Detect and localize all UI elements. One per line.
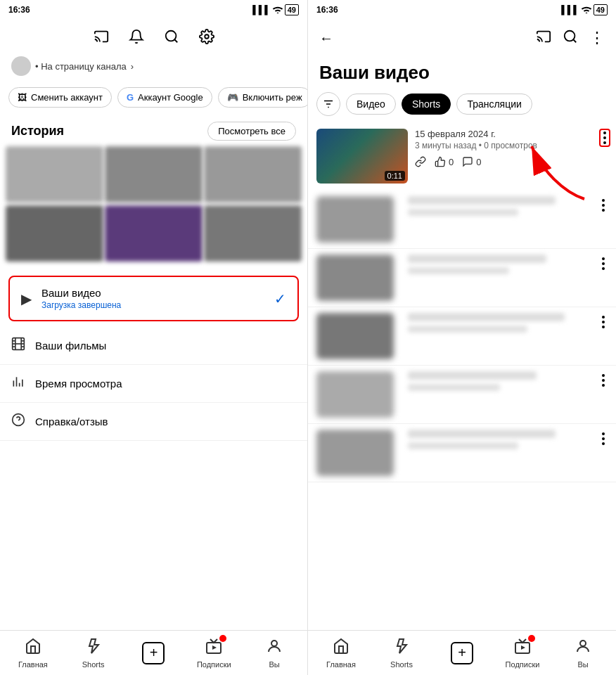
switch-account-button[interactable]: 🖼 Сменить аккаунт xyxy=(8,87,112,108)
channel-link-text: • На страницу канала xyxy=(35,61,127,72)
video-info-6 xyxy=(408,430,592,449)
video-thumb-5 xyxy=(316,371,394,418)
shorts-label-right: Shorts xyxy=(390,660,413,669)
tab-shorts[interactable]: Shorts xyxy=(402,94,451,115)
filter-tab-icon[interactable] xyxy=(316,92,340,116)
your-films-content: Ваши фильмы xyxy=(35,340,296,352)
video-thumb-2 xyxy=(316,196,394,243)
left-nav-you[interactable]: Вы xyxy=(253,638,295,669)
history-thumb-6[interactable] xyxy=(204,205,302,262)
right-wifi-icon xyxy=(581,5,592,15)
left-bottom-nav: Главная Shorts + По xyxy=(0,630,307,675)
video-thumb-6 xyxy=(316,430,394,476)
right-nav-home[interactable]: Главная xyxy=(320,638,362,669)
right-status-bar: 16:36 ▌▌▌ 49 xyxy=(308,0,616,20)
shorts-label-left: Shorts xyxy=(82,660,105,669)
help-title: Справка/отзыв xyxy=(35,416,296,428)
history-thumb-4[interactable] xyxy=(6,205,103,262)
svg-point-30 xyxy=(580,641,586,646)
history-thumb-5[interactable] xyxy=(105,205,203,262)
right-signal-icon: ▌▌▌ xyxy=(561,5,579,15)
back-button[interactable]: ← xyxy=(319,30,333,46)
search-icon-right[interactable] xyxy=(563,29,578,48)
history-thumb-1[interactable] xyxy=(6,146,103,202)
video-more-button-3[interactable] xyxy=(599,255,608,273)
search-icon-left[interactable] xyxy=(164,29,179,48)
add-icon-right: + xyxy=(451,642,473,664)
video-more-button-5[interactable] xyxy=(599,371,608,390)
right-nav-add[interactable]: + xyxy=(441,642,483,664)
tab-video[interactable]: Видео xyxy=(346,94,396,115)
more-icon-right[interactable]: ⋮ xyxy=(589,29,605,47)
page-title: Ваши видео xyxy=(308,56,616,92)
left-time: 16:36 xyxy=(8,5,30,15)
menu-item-your-films[interactable]: Ваши фильмы xyxy=(0,327,307,365)
left-nav-add[interactable]: + xyxy=(132,642,174,664)
video-item-3 xyxy=(308,249,616,307)
svg-marker-19 xyxy=(212,645,217,650)
see-all-button[interactable]: Посмотреть все xyxy=(207,122,296,141)
menu-item-your-videos[interactable]: ▶ Ваши видео Загрузка завершена ✓ xyxy=(8,276,299,321)
shorts-icon-left xyxy=(85,638,102,659)
video-item-1: 0:11 15 февраля 2024 г. 3 минуты назад •… xyxy=(308,122,616,191)
video-more-button-1[interactable] xyxy=(599,129,610,147)
your-videos-icon: ▶ xyxy=(21,290,32,307)
left-nav-home[interactable]: Главная xyxy=(12,638,54,669)
enable-mode-button[interactable]: 🎮 Включить реж xyxy=(218,87,307,108)
video-info-5 xyxy=(408,371,592,391)
video-item-6 xyxy=(308,424,616,482)
video-thumb-1[interactable]: 0:11 xyxy=(316,129,408,184)
home-label-left: Главная xyxy=(18,660,48,669)
video-info-1: 15 февраля 2024 г. 3 минуты назад • 0 пр… xyxy=(415,129,608,167)
google-icon: G xyxy=(127,92,134,103)
you-icon-left xyxy=(266,638,283,659)
settings-icon-left[interactable] xyxy=(199,29,214,48)
right-nav-subscriptions[interactable]: Подписки xyxy=(501,638,544,669)
video-thumb-3 xyxy=(316,255,394,301)
history-thumb-2[interactable] xyxy=(105,146,203,202)
video-item-4 xyxy=(308,307,616,366)
video-link-action[interactable] xyxy=(415,156,426,167)
cast-icon-left[interactable] xyxy=(94,29,109,48)
like-count-1: 0 xyxy=(449,157,454,167)
google-account-button[interactable]: G Аккаунт Google xyxy=(117,87,212,108)
video-more-button-4[interactable] xyxy=(599,313,608,331)
home-icon-left xyxy=(25,638,41,659)
cast-icon-right[interactable] xyxy=(536,29,551,48)
your-films-icon xyxy=(11,337,25,354)
add-icon-left: + xyxy=(142,642,165,664)
right-status-icons: ▌▌▌ 49 xyxy=(561,4,608,15)
channel-line[interactable]: • На страницу канала › xyxy=(0,56,307,82)
svg-line-2 xyxy=(174,39,177,42)
menu-item-help[interactable]: Справка/отзыв xyxy=(0,403,307,441)
right-nav-shorts[interactable]: Shorts xyxy=(380,638,423,669)
left-nav-subscriptions[interactable]: Подписки xyxy=(193,638,235,669)
history-thumb-3[interactable] xyxy=(204,146,302,202)
video-list: 0:11 15 февраля 2024 г. 3 минуты назад •… xyxy=(308,122,616,630)
video-comment-action[interactable]: 0 xyxy=(462,156,481,167)
video-more-button-6[interactable] xyxy=(599,430,608,448)
tab-broadcasts[interactable]: Трансляции xyxy=(456,94,532,115)
subscriptions-badge-left xyxy=(219,635,226,642)
menu-section: ▶ Ваши видео Загрузка завершена ✓ xyxy=(0,270,307,441)
left-nav-shorts[interactable]: Shorts xyxy=(72,638,115,669)
enable-mode-label: Включить реж xyxy=(243,92,302,103)
video-more-button-2[interactable] xyxy=(599,196,608,214)
video-actions-1: 0 0 xyxy=(415,156,608,167)
video-date-1: 15 февраля 2024 г. xyxy=(415,129,608,139)
right-panel: 16:36 ▌▌▌ 49 ← ⋮ Ваши ви xyxy=(308,0,616,675)
home-label-right: Главная xyxy=(326,660,356,669)
video-info-4 xyxy=(408,313,592,333)
video-thumb-4 xyxy=(316,313,394,359)
you-label-left: Вы xyxy=(269,660,279,669)
bell-icon-left[interactable] xyxy=(129,29,144,48)
menu-item-watch-time[interactable]: Время просмотра xyxy=(0,365,307,403)
comment-count-1: 0 xyxy=(476,157,481,167)
video-duration-1: 0:11 xyxy=(385,171,405,181)
right-nav-you[interactable]: Вы xyxy=(562,638,604,669)
video-like-action[interactable]: 0 xyxy=(435,156,454,167)
video-item-5 xyxy=(308,366,616,424)
your-videos-subtitle: Загрузка завершена xyxy=(41,300,274,310)
svg-point-22 xyxy=(565,30,575,41)
history-title: История xyxy=(11,124,64,139)
